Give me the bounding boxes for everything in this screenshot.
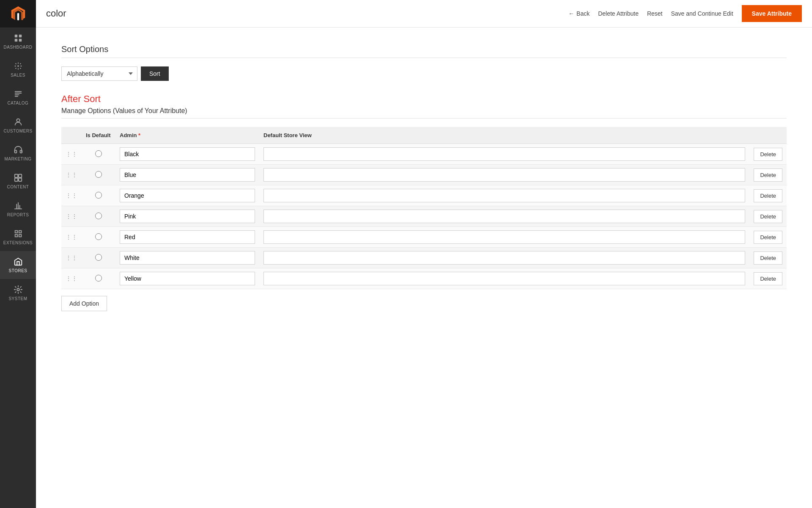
delete-button-1[interactable]: Delete <box>754 168 782 182</box>
delete-button-6[interactable]: Delete <box>754 272 782 285</box>
admin-input-3[interactable] <box>120 210 255 223</box>
radio-default-3[interactable] <box>95 213 102 219</box>
isdefault-cell-5 <box>82 248 115 268</box>
th-required-indicator: * <box>138 132 140 138</box>
sidebar-logo <box>0 0 36 28</box>
sidebar-item-sales[interactable]: SALES <box>0 55 36 83</box>
sidebar-label-sales: SALES <box>11 73 25 77</box>
admin-input-2[interactable] <box>120 189 255 202</box>
delete-button-2[interactable]: Delete <box>754 189 782 202</box>
sort-select[interactable]: Alphabetically By Value <box>61 66 137 81</box>
store-cell-4 <box>259 227 749 248</box>
sort-options-title: Sort Options <box>61 44 787 54</box>
main-area: color ← Back Delete Attribute Reset Save… <box>36 0 812 508</box>
store-cell-3 <box>259 206 749 227</box>
sidebar-item-content[interactable]: CONTENT <box>0 167 36 195</box>
store-input-3[interactable] <box>263 210 745 223</box>
sidebar-label-system: SYSTEM <box>8 296 27 301</box>
sidebar-label-customers: CUSTOMERS <box>3 129 32 133</box>
store-input-1[interactable] <box>263 168 745 182</box>
admin-input-5[interactable] <box>120 251 255 265</box>
admin-cell-0 <box>115 144 259 165</box>
admin-input-6[interactable] <box>120 272 255 285</box>
sidebar-item-reports[interactable]: REPORTS <box>0 195 36 223</box>
table-row: ⋮⋮ Delete <box>61 165 787 185</box>
dashboard-icon <box>14 33 23 43</box>
isdefault-cell-4 <box>82 227 115 248</box>
table-row: ⋮⋮ Delete <box>61 185 787 206</box>
radio-default-4[interactable] <box>95 233 102 240</box>
delete-button-5[interactable]: Delete <box>754 251 782 265</box>
svg-rect-6 <box>14 174 17 177</box>
delete-button-3[interactable]: Delete <box>754 210 782 223</box>
back-arrow-icon: ← <box>568 10 574 17</box>
drag-handle-3[interactable]: ⋮⋮ <box>66 213 77 220</box>
marketing-icon <box>14 145 23 155</box>
delete-button-0[interactable]: Delete <box>754 148 782 161</box>
drag-handle-1[interactable]: ⋮⋮ <box>66 171 77 178</box>
sidebar-item-extensions[interactable]: EXTENSIONS <box>0 223 36 251</box>
store-input-4[interactable] <box>263 230 745 244</box>
back-link[interactable]: ← Back <box>568 10 590 17</box>
sort-row: Alphabetically By Value Sort <box>61 66 787 81</box>
isdefault-cell-2 <box>82 185 115 206</box>
catalog-icon <box>14 89 23 99</box>
th-admin: Admin * <box>115 127 259 144</box>
save-attribute-button[interactable]: Save Attribute <box>742 5 802 22</box>
drag-handle-4[interactable]: ⋮⋮ <box>66 234 77 240</box>
admin-input-4[interactable] <box>120 230 255 244</box>
sort-button[interactable]: Sort <box>141 66 169 81</box>
drag-handle-2[interactable]: ⋮⋮ <box>66 192 77 199</box>
table-row: ⋮⋮ Delete <box>61 248 787 268</box>
reset-link[interactable]: Reset <box>647 10 663 17</box>
magento-logo <box>11 6 26 22</box>
extensions-icon <box>14 229 23 238</box>
store-input-0[interactable] <box>263 147 745 161</box>
admin-input-0[interactable] <box>120 147 255 161</box>
table-row: ⋮⋮ Delete <box>61 268 787 289</box>
drag-handle-5[interactable]: ⋮⋮ <box>66 254 77 261</box>
radio-default-0[interactable] <box>95 150 102 157</box>
drag-cell-3: ⋮⋮ <box>61 206 82 227</box>
actions-cell-0: Delete <box>749 144 787 165</box>
sidebar-item-marketing[interactable]: MARKETING <box>0 139 36 167</box>
sidebar-item-customers[interactable]: CUSTOMERS <box>0 111 36 139</box>
delete-button-4[interactable]: Delete <box>754 231 782 244</box>
admin-cell-3 <box>115 206 259 227</box>
radio-default-5[interactable] <box>95 254 102 261</box>
add-option-button[interactable]: Add Option <box>61 296 107 311</box>
sidebar-item-system[interactable]: SYSTEM <box>0 279 36 307</box>
store-input-6[interactable] <box>263 272 745 285</box>
radio-default-2[interactable] <box>95 192 102 199</box>
drag-cell-2: ⋮⋮ <box>61 185 82 206</box>
sidebar-item-stores[interactable]: STORES <box>0 251 36 279</box>
drag-handle-0[interactable]: ⋮⋮ <box>66 151 77 157</box>
admin-input-1[interactable] <box>120 168 255 182</box>
manage-options-title: Manage Options (Values of Your Attribute… <box>61 107 787 115</box>
admin-cell-5 <box>115 248 259 268</box>
svg-point-4 <box>17 65 19 67</box>
th-actions <box>749 127 787 144</box>
store-input-5[interactable] <box>263 251 745 265</box>
drag-cell-1: ⋮⋮ <box>61 165 82 185</box>
after-sort-heading: After Sort <box>61 94 787 105</box>
header-actions: ← Back Delete Attribute Reset Save and C… <box>568 5 802 22</box>
top-header: color ← Back Delete Attribute Reset Save… <box>36 0 812 28</box>
options-tbody: ⋮⋮ Delete ⋮⋮ <box>61 144 787 289</box>
radio-default-1[interactable] <box>95 171 102 178</box>
svg-rect-7 <box>18 174 21 177</box>
radio-default-6[interactable] <box>95 275 102 282</box>
sidebar-item-catalog[interactable]: CATALOG <box>0 83 36 111</box>
admin-cell-2 <box>115 185 259 206</box>
delete-attribute-link[interactable]: Delete Attribute <box>598 10 639 17</box>
th-isdefault: Is Default <box>82 127 115 144</box>
sales-icon <box>14 61 23 71</box>
reports-icon <box>14 201 23 210</box>
save-continue-link[interactable]: Save and Continue Edit <box>671 10 733 17</box>
svg-rect-0 <box>14 35 17 37</box>
drag-handle-6[interactable]: ⋮⋮ <box>66 275 77 282</box>
sidebar-label-marketing: MARKETING <box>5 157 32 161</box>
sidebar-item-dashboard[interactable]: DASHBOARD <box>0 28 36 55</box>
isdefault-cell-3 <box>82 206 115 227</box>
store-input-2[interactable] <box>263 189 745 202</box>
